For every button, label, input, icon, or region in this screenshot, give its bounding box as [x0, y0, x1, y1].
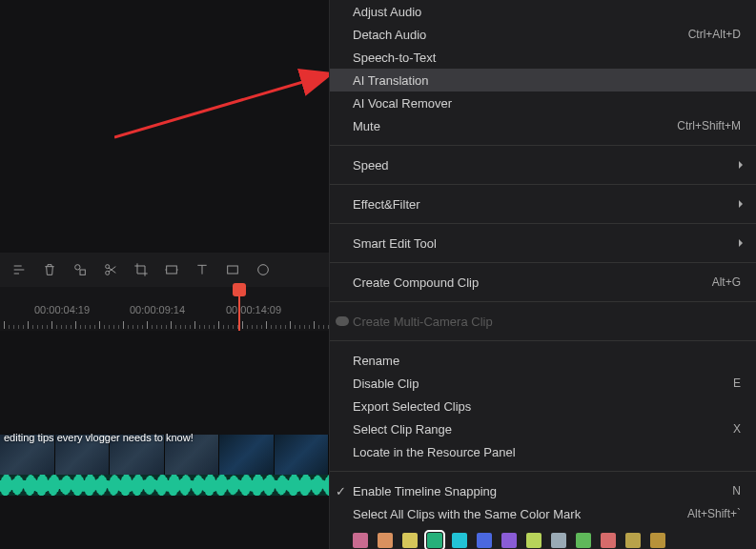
audio-waveform[interactable] [0, 475, 329, 496]
menu-item-label: Speech-to-Text [353, 51, 436, 65]
color-swatch[interactable] [650, 533, 665, 548]
svg-rect-2 [80, 270, 85, 274]
color-swatch[interactable] [526, 533, 541, 548]
video-preview [0, 0, 329, 253]
menu-separator [330, 223, 756, 224]
adjust-icon[interactable] [6, 256, 32, 283]
menu-shortcut: N [732, 484, 741, 498]
timeline-toolbar [0, 253, 329, 287]
menu-item-ai-vocal-remover[interactable]: AI Vocal Remover [330, 92, 756, 114]
menu-item-speech-to-text[interactable]: Speech-to-Text [330, 46, 756, 69]
menu-item-label: Enable Timeline Snapping [353, 484, 497, 498]
multicam-icon [336, 316, 349, 326]
menu-item-label: Effect&Filter [353, 197, 420, 212]
menu-separator [330, 340, 756, 341]
trash-icon[interactable] [36, 256, 63, 283]
menu-separator [330, 301, 756, 302]
menu-shortcut: X [733, 422, 741, 436]
ruler-time: 00:00:14:09 [226, 304, 281, 315]
menu-item-label: Create Compound Clip [353, 275, 479, 290]
menu-item-label: Export Selected Clips [353, 399, 471, 414]
color-swatch[interactable] [427, 533, 442, 548]
menu-item-label: Create Multi-Camera Clip [353, 315, 493, 329]
scissors-icon[interactable] [97, 256, 124, 283]
menu-item-enable-timeline-snapping[interactable]: ✓Enable Timeline SnappingN [330, 479, 756, 502]
menu-shortcut: Alt+G [712, 275, 741, 289]
clip-title: editing tips every vlogger needs to know… [4, 432, 194, 443]
menu-item-label: Select Clip Range [353, 422, 452, 437]
menu-shortcut: E [733, 376, 741, 390]
menu-separator [330, 471, 756, 472]
menu-item-effect-filter[interactable]: Effect&Filter [330, 193, 756, 215]
menu-item-smart-edit-tool[interactable]: Smart Edit Tool [330, 232, 756, 254]
check-icon: ✓ [336, 484, 346, 498]
color-swatch[interactable] [353, 533, 368, 548]
svg-rect-6 [228, 266, 238, 274]
menu-item-disable-clip[interactable]: Disable ClipE [330, 372, 756, 395]
menu-item-label: AI Translation [353, 73, 429, 88]
menu-shortcut: Ctrl+Shift+M [677, 119, 741, 132]
color-swatch[interactable] [452, 533, 467, 548]
menu-item-locate-in-the-resource-panel[interactable]: Locate in the Resource Panel [330, 440, 756, 463]
menu-item-select-all-clips-with-the-same-color-mark[interactable]: Select All Clips with the Same Color Mar… [330, 502, 756, 525]
menu-separator [330, 262, 756, 263]
color-swatch[interactable] [402, 533, 418, 548]
menu-item-create-compound-clip[interactable]: Create Compound ClipAlt+G [330, 271, 756, 294]
ellipse-icon[interactable] [250, 256, 276, 283]
playhead-marker[interactable] [233, 283, 246, 296]
menu-item-ai-translation[interactable]: AI Translation [330, 69, 756, 92]
menu-item-label: Adjust Audio [353, 5, 421, 19]
menu-item-label: Smart Edit Tool [353, 236, 437, 251]
menu-item-adjust-audio[interactable]: Adjust Audio [330, 0, 756, 23]
menu-item-label: Locate in the Resource Panel [353, 445, 516, 459]
menu-item-mute[interactable]: MuteCtrl+Shift+M [330, 114, 756, 137]
menu-item-speed[interactable]: Speed [330, 153, 756, 176]
menu-item-detach-audio[interactable]: Detach AudioCtrl+Alt+D [330, 23, 756, 46]
color-swatch[interactable] [551, 533, 566, 548]
menu-separator [330, 184, 756, 185]
menu-separator [330, 145, 756, 146]
menu-item-label: Mute [353, 119, 380, 133]
ruler-time: 00:00:04:19 [34, 304, 90, 315]
color-swatch[interactable] [625, 533, 641, 548]
color-swatch[interactable] [601, 533, 616, 548]
color-mark-row [330, 525, 756, 548]
text-icon[interactable] [189, 256, 215, 283]
stabilize-icon[interactable] [158, 256, 185, 283]
context-menu: Adjust AudioDetach AudioCtrl+Alt+DSpeech… [329, 0, 756, 549]
ruler-time: 00:00:09:14 [130, 304, 185, 315]
menu-item-label: Select All Clips with the Same Color Mar… [353, 507, 581, 521]
menu-item-label: Rename [353, 354, 399, 368]
menu-item-label: Speed [353, 158, 389, 173]
menu-item-label: AI Vocal Remover [353, 96, 452, 111]
menu-item-create-multi-camera-clip: Create Multi-Camera Clip [330, 310, 756, 333]
svg-rect-5 [167, 266, 177, 274]
svg-point-7 [258, 265, 269, 275]
menu-item-rename[interactable]: Rename [330, 349, 756, 372]
color-swatch[interactable] [378, 533, 393, 548]
menu-item-label: Detach Audio [353, 28, 426, 42]
menu-shortcut: Ctrl+Alt+D [688, 28, 741, 41]
color-swatch[interactable] [477, 533, 492, 548]
menu-item-label: Disable Clip [353, 376, 419, 391]
rectangle-icon[interactable] [219, 256, 246, 283]
menu-shortcut: Alt+Shift+` [687, 507, 741, 520]
crop-icon[interactable] [128, 256, 154, 283]
color-swatch[interactable] [501, 533, 517, 548]
shapes-icon[interactable] [67, 256, 93, 283]
color-swatch[interactable] [576, 533, 591, 548]
svg-point-1 [75, 265, 80, 270]
menu-item-select-clip-range[interactable]: Select Clip RangeX [330, 417, 756, 440]
menu-item-export-selected-clips[interactable]: Export Selected Clips [330, 395, 756, 417]
